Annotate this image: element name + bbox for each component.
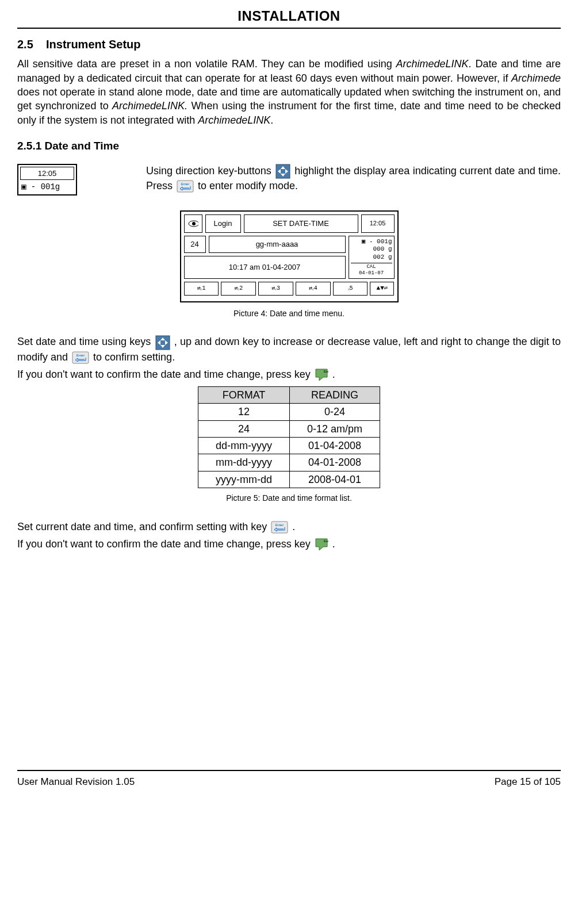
lcd-login-label: Login	[205, 214, 241, 233]
mini-lcd-time: 12:05	[20, 167, 74, 181]
text-fragment: Set current date and time, and confirm s…	[17, 521, 270, 532]
table-cell: yyyy-mm-dd	[198, 471, 289, 488]
format-table: FORMAT READING 120-24 240-12 am/pm dd-mm…	[198, 386, 380, 488]
table-row: mm-dd-yyyy04-01-2008	[198, 454, 380, 471]
lcd-cal: CAL 04-01-07	[351, 263, 392, 277]
subsection-heading: 2.5.1 Date and Time	[17, 139, 561, 154]
lcd-weight-2: 000 g	[351, 246, 392, 253]
section-title: Instrument Setup	[46, 38, 140, 51]
paragraph-confirm: Set current date and time, and confirm s…	[17, 520, 561, 534]
lcd-date-format: gg-mm-aaaa	[209, 236, 346, 253]
svg-text:Enter: Enter	[181, 182, 189, 186]
svg-text:Enter: Enter	[275, 523, 284, 527]
subsection-title: Date and Time	[45, 140, 120, 152]
paragraph-esc-2: If you don't want to confirm the date an…	[17, 537, 561, 551]
section-heading: 2.5 Instrument Setup	[17, 37, 561, 52]
table-cell: 12	[198, 404, 289, 420]
table-cell: 0-12 am/pm	[289, 420, 380, 437]
text-fragment: .	[292, 521, 295, 532]
table-row: dd-mm-yyyy01-04-2008	[198, 438, 380, 454]
lcd-clock: 12:05	[361, 214, 395, 233]
table-cell: 24	[198, 420, 289, 437]
table-header-reading: READING	[289, 387, 380, 404]
table-cell: mm-dd-yyyy	[198, 454, 289, 471]
svg-point-8	[192, 222, 196, 225]
lcd-tab-4: ⇄꜀4	[296, 282, 331, 296]
lcd-arrow-panel: ▲▼⇌	[370, 282, 394, 296]
lcd-tab-1: ⇄꜀1	[184, 282, 219, 296]
lcd-tab-2: ⇄꜀2	[221, 282, 256, 296]
esc-key-icon: Esc	[315, 538, 328, 551]
lcd-screen-title: SET DATE-TIME	[244, 214, 358, 233]
section-number: 2.5	[17, 38, 33, 51]
text-fragment: Set date and time using keys	[17, 336, 154, 347]
svg-text:Enter: Enter	[76, 354, 85, 357]
text-fragment: to enter modify mode.	[198, 180, 298, 191]
enter-key-icon: Enter	[72, 351, 89, 364]
text-fragment: Using direction key-buttons	[146, 165, 274, 177]
lcd-weight-3: 002 g	[351, 254, 392, 261]
lcd-cal-label: CAL	[351, 264, 392, 270]
intro-paragraph: Using direction key-buttons highlight th…	[146, 164, 561, 193]
text-fragment: If you don't want to confirm the date an…	[17, 369, 313, 380]
table-row: 120-24	[198, 404, 380, 420]
subsection-number: 2.5.1	[17, 140, 41, 152]
table-cell: 01-04-2008	[289, 438, 380, 454]
table-row: 240-12 am/pm	[198, 420, 380, 437]
direction-keys-icon	[155, 335, 170, 350]
lcd-tab-3: ⇄꜀3	[258, 282, 293, 296]
table-cell: 04-01-2008	[289, 454, 380, 471]
footer-page-number: Page 15 of 105	[495, 776, 561, 789]
svg-text:Esc: Esc	[324, 539, 328, 543]
text-fragment: .	[332, 369, 335, 380]
lcd-cal-date: 04-01-07	[351, 270, 392, 277]
footer-revision: User Manual Revision 1.05	[17, 776, 135, 789]
table-cell: 0-24	[289, 404, 380, 420]
lcd-tab-5: ꜀5	[333, 282, 368, 296]
page-footer: User Manual Revision 1.05 Page 15 of 105	[17, 770, 561, 789]
enter-key-icon: Enter	[271, 521, 288, 534]
text-fragment: .	[332, 538, 335, 550]
paragraph-esc-1: If you don't want to confirm the date an…	[17, 367, 561, 382]
lcd-hour-format: 24	[184, 236, 206, 253]
lcd-screen-figure: Login SET DATE-TIME 12:05 24 gg-mm-aaaa …	[180, 210, 399, 302]
text-fragment: If you don't want to confirm the date an…	[17, 538, 313, 550]
table-cell: dd-mm-yyyy	[198, 438, 289, 454]
svg-text:Esc: Esc	[324, 370, 328, 373]
figure-4-caption: Picture 4: Date and time menu.	[17, 308, 561, 319]
text-fragment: to confirm setting.	[93, 351, 175, 363]
direction-keys-icon	[275, 164, 290, 179]
table-row: yyyy-mm-dd2008-04-01	[198, 471, 380, 488]
mini-lcd-weight: ▣ - 001g	[20, 182, 74, 193]
esc-key-icon: Esc	[315, 368, 328, 382]
section-paragraph: All sensitive data are preset in a non v…	[17, 57, 561, 126]
paragraph-set-keys: Set date and time using keys , up and do…	[17, 335, 561, 364]
lcd-weight-panel: ▣ - 001g 000 g 002 g CAL 04-01-07	[349, 236, 395, 279]
table-cell: 2008-04-01	[289, 471, 380, 488]
lcd-datetime-value: 10:17 am 01-04-2007	[184, 256, 346, 279]
lcd-eye-icon	[184, 214, 202, 233]
enter-key-icon: Enter	[177, 180, 194, 193]
figure-5-caption: Picture 5: Date and time format list.	[17, 493, 561, 504]
mini-lcd-panel: 12:05 ▣ - 001g	[17, 164, 77, 195]
page-title: INSTALLATION	[17, 0, 561, 29]
table-header-format: FORMAT	[198, 387, 289, 404]
lcd-weight-1: ▣ - 001g	[351, 238, 392, 246]
